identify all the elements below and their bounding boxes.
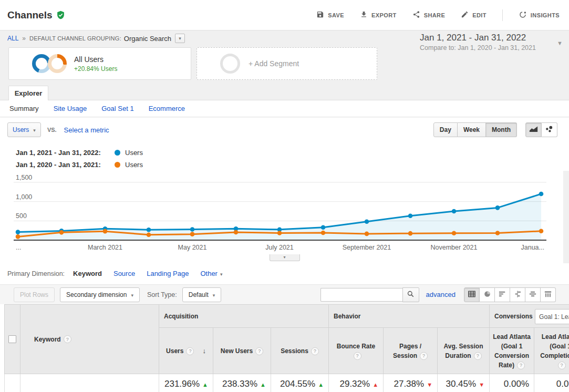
insights-icon — [519, 11, 527, 20]
segment-all-users[interactable]: All Users +20.84% Users — [8, 47, 191, 80]
breadcrumb-all-link[interactable]: ALL — [7, 35, 18, 42]
granularity-week-button[interactable]: Week — [458, 122, 486, 137]
avg-session-duration-column-header[interactable]: Avg. Session Duration — [438, 328, 490, 374]
secondary-dimension-dropdown[interactable]: Secondary dimension — [60, 287, 140, 302]
advanced-search-link[interactable]: advanced — [426, 291, 456, 298]
collapse-chart-button[interactable] — [270, 254, 300, 261]
subtab-summary[interactable]: Summary — [9, 105, 39, 112]
goal-conversion-rate-column-header[interactable]: Lead Atlanta (Goal 1 Conversion Rate) — [490, 328, 534, 374]
plot-rows-button[interactable]: Plot Rows — [14, 287, 55, 302]
performance-view-button[interactable] — [495, 287, 510, 302]
trend-arrow-icon: ▲ — [202, 381, 208, 388]
trend-arrow-icon: ▲ — [318, 381, 324, 388]
totals-keyword-cell — [20, 374, 159, 392]
tab-explorer[interactable]: Explorer — [8, 86, 48, 100]
help-icon[interactable] — [311, 347, 319, 355]
chevron-down-icon: ▼ — [557, 40, 563, 46]
search-input[interactable] — [320, 288, 402, 302]
vs-label: VS. — [47, 127, 57, 133]
save-icon — [316, 11, 324, 19]
totals-bounce-rate: 29.32%▲ — [329, 374, 384, 392]
bounce-rate-column-header[interactable]: Bounce Rate — [329, 328, 384, 374]
behavior-group-header: Behavior — [329, 305, 490, 328]
select-all-checkbox[interactable] — [8, 335, 16, 343]
dimension-keyword[interactable]: Keyword — [73, 270, 102, 277]
term-cloud-view-button[interactable] — [525, 287, 541, 302]
help-icon[interactable] — [517, 362, 525, 369]
channel-grouping-dropdown-button[interactable] — [175, 34, 185, 43]
metric-bar: Users VS. Select a metric Day Week Month — [0, 118, 569, 142]
data-grid-icon — [468, 290, 475, 300]
subtab-goal-set-1[interactable]: Goal Set 1 — [101, 105, 133, 112]
dimension-source[interactable]: Source — [113, 270, 135, 277]
metric-dropdown[interactable]: Users — [7, 122, 41, 137]
line-chart-view-button[interactable] — [525, 122, 542, 137]
pages-session-column-header[interactable]: Pages / Session — [384, 328, 438, 374]
trend-arrow-icon: ▲ — [260, 381, 266, 388]
sessions-column-header[interactable]: Sessions — [271, 328, 329, 374]
pivot-view-button[interactable] — [541, 287, 556, 302]
percentage-view-button[interactable] — [480, 287, 495, 302]
series-dot-icon — [115, 162, 120, 168]
page-title: Channels — [7, 9, 53, 21]
help-icon[interactable] — [255, 347, 263, 355]
dimension-other-dropdown[interactable]: Other — [200, 270, 222, 277]
chart-right-gutter — [563, 171, 569, 263]
search-icon — [407, 290, 414, 300]
users-line-chart[interactable]: 5001,0001,500...March 2021May 2021July 2… — [14, 171, 550, 256]
series-dot-icon — [115, 150, 120, 156]
new-users-column-header[interactable]: New Users — [213, 328, 271, 374]
date-range-selector[interactable]: Jan 1, 2021 - Jan 31, 2022 Compare to: J… — [420, 33, 562, 51]
top-bar: Channels SAVE EXPORT SHARE EDIT — [0, 0, 569, 30]
share-icon — [412, 11, 420, 19]
goal-selector-dropdown[interactable]: Goal 1: Lead At — [535, 309, 569, 324]
insights-button[interactable]: INSIGHTS — [519, 11, 560, 20]
date-range-compare: Compare to: Jan 1, 2020 - Jan 31, 2021 — [420, 44, 562, 51]
totals-goal-conversion-rate: 0.00% — [490, 374, 534, 392]
breadcrumb-group-label: DEFAULT CHANNEL GROUPING: — [29, 35, 121, 42]
totals-row: 231.96%▲ 238.33%▲ 204.55%▲ 29.32%▲ 27.38… — [5, 374, 569, 392]
subtab-bar: Summary Site Usage Goal Set 1 Ecommerce — [0, 100, 569, 117]
help-icon[interactable] — [64, 335, 71, 343]
trend-arrow-icon: ▼ — [479, 381, 484, 388]
horizontal-bars-icon — [499, 290, 506, 300]
subtab-ecommerce[interactable]: Ecommerce — [149, 105, 185, 112]
trend-arrow-icon: ▼ — [427, 381, 432, 388]
export-button[interactable]: EXPORT — [360, 11, 397, 19]
users-column-header[interactable]: Users — [159, 328, 213, 374]
dimension-landing-page[interactable]: Landing Page — [147, 270, 189, 277]
comparison-view-button[interactable] — [510, 287, 525, 302]
totals-users: 231.96%▲ — [159, 374, 213, 392]
legend-row-compare: Jan 1, 2020 - Jan 31, 2021: Users — [16, 159, 143, 171]
subtab-site-usage[interactable]: Site Usage — [54, 105, 87, 112]
granularity-month-button[interactable]: Month — [486, 122, 517, 137]
select-metric-link[interactable]: Select a metric — [64, 126, 109, 134]
svg-text:1,000: 1,000 — [16, 193, 32, 201]
legend-row-current: Jan 1, 2021 - Jan 31, 2022: Users — [16, 147, 143, 159]
sort-type-dropdown[interactable]: Default — [182, 287, 222, 302]
keywords-table: Keyword Acquisition Behavior Conversions… — [4, 304, 569, 392]
share-button[interactable]: SHARE — [412, 11, 446, 19]
sort-type-label: Sort Type: — [147, 291, 177, 298]
help-icon[interactable] — [558, 362, 566, 369]
download-icon — [360, 11, 368, 19]
pie-chart-icon — [484, 290, 491, 300]
save-button[interactable]: SAVE — [316, 11, 344, 19]
edit-button[interactable]: EDIT — [461, 11, 487, 19]
help-icon[interactable] — [474, 352, 482, 360]
keyword-column-header[interactable]: Keyword — [20, 305, 159, 374]
help-icon[interactable] — [186, 347, 194, 355]
totals-pages-session: 27.38%▼ — [384, 374, 438, 392]
search-button[interactable] — [402, 287, 419, 302]
motion-chart-view-button[interactable] — [542, 122, 557, 137]
actions-divider — [502, 9, 503, 21]
granularity-day-button[interactable]: Day — [433, 122, 458, 137]
chart-legend: Jan 1, 2021 - Jan 31, 2022: Users Jan 1,… — [16, 147, 143, 171]
goal-completions-column-header[interactable]: Lead Atlanta (Goal 1 Completions) — [534, 328, 569, 374]
totals-new-users: 238.33%▲ — [213, 374, 271, 392]
table-view-button[interactable] — [464, 287, 480, 302]
breadcrumb-separator-icon — [22, 35, 26, 42]
help-icon[interactable] — [354, 352, 361, 360]
help-icon[interactable] — [420, 352, 428, 360]
add-segment-button[interactable]: + Add Segment — [196, 47, 377, 80]
